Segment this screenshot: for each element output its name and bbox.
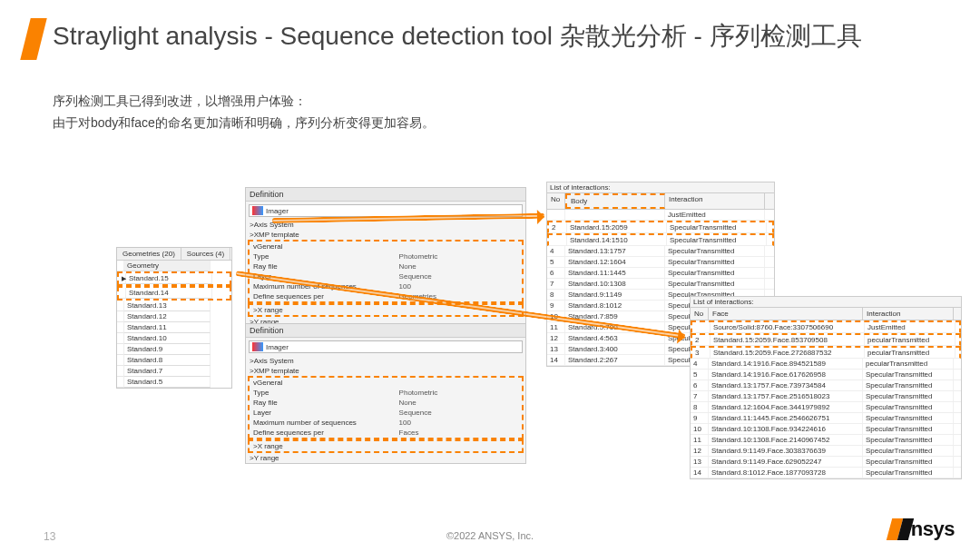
table-row[interactable]: 10Standard.10:1308.Face.934224616Specula… [691, 424, 961, 435]
table-row[interactable]: 3Standard.15:2059.Face.2726887532pecular… [691, 346, 961, 359]
geometry-cell: Standard.12 [124, 311, 211, 322]
table-row[interactable]: 13Standard.9:1149.Face.629052247Specular… [691, 457, 961, 468]
group-axis[interactable]: > Axis System [246, 356, 525, 366]
group-general[interactable]: v General [250, 242, 522, 251]
geometry-cell: Standard.5 [124, 377, 211, 388]
panel-title: Definition [246, 188, 525, 202]
page-title: Straylight analysis - Sequence detection… [53, 20, 906, 52]
table-row[interactable]: 7Standard.13:1757.Face.2516518023Specula… [691, 391, 961, 402]
imager-name: Imager [266, 207, 289, 215]
table-row[interactable]: Standard.14 [117, 286, 231, 301]
table-row[interactable]: 6Standard.11:1445SpecularTransmitted [547, 268, 774, 279]
desc-line-2: 由于对body和face的命名更加清晰和明确，序列分析变得更加容易。 [53, 113, 435, 134]
tab-sources[interactable]: Sources (4) [181, 248, 230, 260]
footer-copyright: ©2022 ANSYS, Inc. [0, 530, 980, 541]
table-row[interactable]: Standard.14:1510SpecularTransmitted [547, 233, 774, 246]
table-row[interactable]: Standard.11 [117, 322, 231, 333]
table-row[interactable]: 12Standard.9:1149.Face.3038376639Specula… [691, 446, 961, 457]
geometries-panel: Geometries (20) Sources (4) Geometry Sta… [116, 247, 232, 389]
definition-panel-b: Definition Imager > Axis System > XMP te… [245, 323, 526, 464]
geometry-cell: Standard.11 [124, 322, 211, 333]
table-row[interactable]: Standard.8 [117, 355, 231, 366]
yrange-row[interactable]: > Y range [246, 453, 525, 463]
imager-icon [252, 342, 263, 351]
panel-title: Definition [246, 324, 525, 338]
imager-name: Imager [266, 343, 289, 351]
desc-line-1: 序列检测工具已得到改进，以增强用户体验： [53, 91, 435, 113]
table-header: Geometry [117, 261, 231, 271]
accent-bar [20, 18, 46, 60]
list-title: List of interactions: [691, 297, 961, 308]
table-row[interactable]: 4Standard.13:1757SpecularTransmitted [547, 246, 774, 257]
table-row[interactable]: Standard.15 [117, 271, 231, 286]
table-row[interactable]: 5Standard.12:1604SpecularTransmitted [547, 257, 774, 268]
imager-icon [252, 206, 263, 215]
table-row[interactable]: 7Standard.10:1308SpecularTransmitted [547, 279, 774, 290]
table-row[interactable]: 2Standard.15:2059SpecularTransmitted [547, 221, 774, 233]
table-row[interactable]: Standard.9 [117, 344, 231, 355]
ansys-logo: nsys [889, 518, 955, 541]
table-row[interactable]: 8Standard.12:1604.Face.3441979892Specula… [691, 402, 961, 413]
tab-geometries[interactable]: Geometries (20) [117, 248, 181, 260]
column-header: Geometry [124, 261, 211, 271]
logo-text: nsys [911, 518, 955, 541]
group-general[interactable]: v General [250, 378, 522, 388]
group-xmp[interactable]: > XMP template [246, 230, 525, 240]
table-row[interactable]: 14Standard.8:1012.Face.1877093728Specula… [691, 468, 961, 478]
table-row[interactable]: Source/Solid:8760.Face:3307506690JustEmi… [691, 320, 961, 333]
table-header: No Face Interaction [691, 308, 961, 320]
geometry-cell: Standard.14 [126, 288, 212, 299]
geometry-cell: Standard.8 [124, 355, 211, 366]
list-title: List of interactions: [547, 182, 774, 193]
table-row[interactable]: 6Standard.13:1757.Face.739734584Specular… [691, 380, 961, 391]
table-row[interactable]: Standard.13 [117, 301, 231, 311]
table-row[interactable]: Standard.7 [117, 366, 231, 377]
geometry-cell: Standard.9 [124, 344, 211, 355]
table-row[interactable]: 2Standard.15:2059.Face.853709508pecularT… [691, 333, 961, 346]
face-interactions-panel: List of interactions: No Face Interactio… [690, 296, 962, 479]
group-xmp[interactable]: > XMP template [246, 366, 525, 376]
xrange-row[interactable]: > X range [248, 439, 524, 453]
general-group-highlight: v General TypePhotometric Ray fileNone L… [248, 376, 524, 439]
table-row[interactable]: Standard.12 [117, 311, 231, 322]
imager-field[interactable]: Imager [249, 340, 523, 353]
tab-row: Geometries (20) Sources (4) [117, 248, 231, 261]
table-row[interactable]: Standard.5 [117, 377, 231, 388]
body-header-highlight: Body [565, 193, 665, 209]
description: 序列检测工具已得到改进，以增强用户体验： 由于对body和face的命名更加清晰… [53, 91, 435, 134]
table-row[interactable]: 4Standard.14:1916.Face.894521589pecularT… [691, 359, 961, 370]
table-row[interactable]: Standard.10 [117, 333, 231, 344]
geometry-cell: Standard.13 [124, 301, 211, 311]
table-header: No Body Interaction [547, 193, 774, 210]
table-row[interactable]: 5Standard.14:1916.Face.617626958Specular… [691, 370, 961, 380]
geometry-cell: Standard.10 [124, 333, 211, 344]
geometry-cell: Standard.7 [124, 366, 211, 377]
table-row[interactable]: 11Standard.10:1308.Face.2140967452Specul… [691, 435, 961, 446]
geometry-cell: Standard.15 [126, 273, 212, 284]
screenshot-area: Geometries (20) Sources (4) Geometry Sta… [0, 145, 980, 490]
table-row[interactable]: 9Standard.11:1445.Face.2546626751Specula… [691, 413, 961, 424]
table-row[interactable]: JustEmitted [547, 210, 774, 221]
